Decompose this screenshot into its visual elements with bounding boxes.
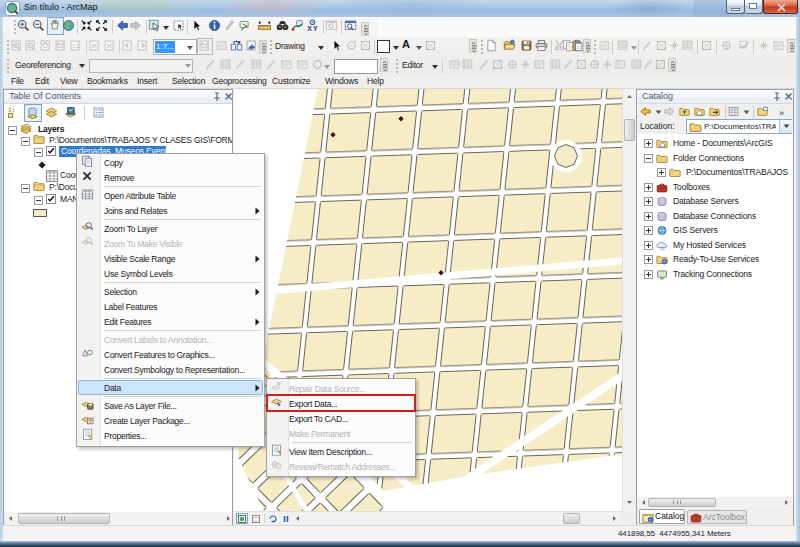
svg-text:Y: Y — [313, 25, 318, 32]
svg-text:X: X — [307, 25, 312, 32]
svg-text:1:1: 1:1 — [72, 44, 79, 49]
